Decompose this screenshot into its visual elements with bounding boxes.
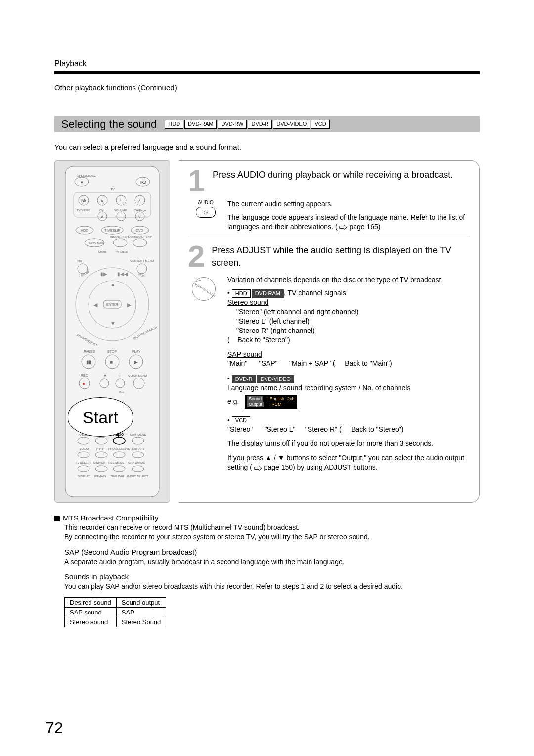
svg-text:FL SELECT: FL SELECT (76, 461, 91, 464)
sap-heading: SAP sound (227, 350, 470, 359)
pill-vcd: VCD (311, 120, 329, 128)
svg-text:QUICK MENU: QUICK MENU (128, 374, 147, 377)
svg-text:EASY NAVI: EASY NAVI (89, 242, 104, 245)
start-label: Start (83, 408, 118, 427)
svg-text:■: ■ (110, 359, 113, 365)
svg-text:REC MODE: REC MODE (108, 461, 124, 464)
remote-svg: OPEN/CLOSE ▲ I/⏻ TV I/⏻ ∧ + ∧ TV/VIDEO C… (65, 166, 160, 497)
svg-text:PLAY: PLAY (132, 350, 141, 353)
table-row: SAP sound SAP (65, 607, 166, 617)
svg-text:▼: ▼ (110, 320, 116, 326)
svg-text:∨: ∨ (100, 214, 104, 219)
svg-text:ZOOM: ZOOM (80, 447, 89, 450)
svg-text:CH: CH (99, 209, 104, 212)
svg-text:∧: ∧ (100, 198, 104, 203)
svg-text:Info: Info (77, 259, 82, 262)
table-row: Stereo sound Stereo Sound (65, 617, 166, 627)
svg-text:PROGRESSIVE: PROGRESSIVE (108, 447, 130, 450)
table-cell: SAP sound (65, 607, 117, 617)
off-line: The display turns off if you do not oper… (227, 439, 470, 448)
arrow-right-icon (254, 465, 262, 471)
svg-text:VOLUME: VOLUME (114, 209, 127, 212)
header-rule (54, 71, 480, 74)
pill-vcd-inline: VCD (232, 416, 250, 425)
step-2-body: FRAME/ADJUST Variation of channels depen… (192, 275, 470, 472)
pill-dvd-ram: DVD-RAM (184, 120, 217, 128)
svg-text:DISPLAY: DISPLAY (78, 475, 90, 478)
header-continued: Other playback functions (Continued) (54, 83, 480, 92)
audio-icon-label: AUDIO (192, 199, 220, 206)
pill-dvd-video: DVD-VIDEO (273, 120, 310, 128)
step-divider (188, 237, 470, 237)
step1-line2: The language code appears instead of the… (227, 213, 470, 232)
svg-text:+: + (119, 197, 122, 203)
sap-sub-p: A separate audio program, usually broadc… (64, 557, 480, 567)
lang-line: Language name / sound recording system /… (227, 383, 470, 393)
svg-text:STOP: STOP (107, 350, 117, 353)
output-line: If you press ▲ / ▼ buttons to select "Ou… (227, 453, 470, 472)
stereo-line-2: "Stereo R" (right channel) (236, 326, 470, 335)
intro-text: You can select a preferred language and … (54, 143, 480, 151)
svg-text:EDIT MENU: EDIT MENU (130, 433, 146, 436)
stereo-line-0: "Stereo" (left channel and right channel… (236, 307, 470, 317)
table-cell: Stereo sound (65, 617, 117, 627)
sap-sub-heading: SAP (Second Audio Program broadcast) (64, 548, 480, 556)
step-1-title: Press AUDIO during playback or while rec… (213, 167, 453, 181)
step-1-number: 1 (188, 167, 208, 194)
osd-example-icon: Sound 1 English 2ch Output x PCM (245, 395, 297, 409)
pill-dvd-rw: DVD-RW (218, 120, 247, 128)
svg-text:▲: ▲ (110, 282, 116, 287)
pill-dvdram-inline: DVD-RAM (252, 289, 284, 298)
eg-row: e.g. Sound 1 English 2ch Output x PCM (227, 395, 470, 409)
svg-text:I/⏻: I/⏻ (81, 199, 86, 202)
svg-text:CONTENT MENU: CONTENT MENU (130, 259, 154, 262)
pill-dvdvideo-inline: DVD-VIDEO (257, 375, 294, 383)
svg-text:PAUSE: PAUSE (84, 350, 95, 353)
svg-text:○: ○ (118, 373, 121, 378)
svg-text:DIMMER: DIMMER (93, 461, 106, 464)
svg-text:▮▶: ▮▶ (100, 271, 107, 277)
step-2-title: Press ADJUST while the audio setting is … (212, 242, 470, 269)
table-row: Desired sound Sound output (65, 597, 166, 607)
svg-text:Exit: Exit (119, 391, 124, 394)
stereo-line-1: "Stereo L" (left channel) (236, 317, 470, 326)
step1-line1: The current audio setting appears. (227, 199, 470, 209)
vcd-line: "Stereo" "Stereo L" "Stereo R" ( Back to… (227, 425, 470, 434)
arrow-right-icon (339, 224, 347, 230)
svg-text:◀: ◀ (93, 302, 98, 308)
instruction-panel: 1 Press AUDIO during playback or while r… (179, 160, 480, 503)
remote-illustration: OPEN/CLOSE ▲ I/⏻ TV I/⏻ ∧ + ∧ TV/VIDEO C… (54, 160, 170, 503)
tv-signals-line: • HDD DVD-RAM , TV channel signals (227, 288, 470, 298)
audio-button-icon: AUDIO ⦾ (192, 199, 220, 232)
start-callout: Start (68, 397, 133, 437)
svg-text:REMAIN: REMAIN (94, 475, 106, 478)
svg-text:P in P: P in P (96, 447, 104, 450)
step-2-number: 2 (188, 242, 207, 270)
svg-text:−: − (119, 213, 122, 219)
svg-text:▮◀◀: ▮◀◀ (117, 271, 128, 277)
step-1-header: 1 Press AUDIO during playback or while r… (188, 167, 470, 194)
svg-text:●: ● (82, 381, 85, 386)
svg-text:▲: ▲ (80, 179, 84, 184)
mts-heading: MTS Broadcast Compatibility (54, 514, 480, 522)
pill-dvd-r: DVD-R (248, 120, 272, 128)
svg-text:★: ★ (103, 373, 107, 378)
step-1-body: AUDIO ⦾ The current audio setting appear… (192, 199, 470, 232)
sap-line: "Main" "SAP" "Main + SAP" ( Back to "Mai… (227, 359, 470, 368)
svg-text:CHP DIVIDE: CHP DIVIDE (128, 461, 145, 464)
svg-text:Menu: Menu (98, 250, 106, 253)
table-header-1: Sound output (116, 597, 166, 607)
svg-text:ENTER: ENTER (106, 303, 118, 306)
svg-text:▶: ▶ (127, 302, 132, 308)
svg-text:TV: TV (110, 188, 115, 191)
mts-section: MTS Broadcast Compatibility This recorde… (54, 514, 480, 627)
svg-text:▶: ▶ (134, 359, 138, 365)
header-section: Playback (54, 59, 480, 68)
svg-text:∧: ∧ (138, 198, 141, 203)
sound-output-table: Desired sound Sound output SAP sound SAP… (64, 597, 166, 627)
section-title-bar: Selecting the sound HDD DVD-RAM DVD-RW D… (54, 116, 480, 132)
svg-text:TIME BAR: TIME BAR (110, 475, 125, 478)
format-pill-group: HDD DVD-RAM DVD-RW DVD-R DVD-VIDEO VCD (165, 120, 329, 128)
sounds-playback-p: You can play SAP and/or stereo broadcast… (64, 582, 480, 591)
table-cell: SAP (116, 607, 166, 617)
